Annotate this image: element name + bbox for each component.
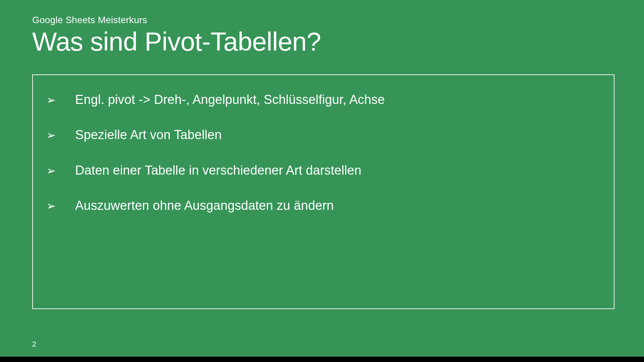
chevron-right-icon: ➢ <box>46 163 75 178</box>
list-item: ➢ Auszuwerten ohne Ausgangsdaten zu ände… <box>46 198 600 214</box>
bottom-bar <box>0 357 644 362</box>
chevron-right-icon: ➢ <box>46 127 75 142</box>
bullet-text: Spezielle Art von Tabellen <box>75 127 222 143</box>
page-number: 2 <box>32 340 36 349</box>
chevron-right-icon: ➢ <box>46 92 75 107</box>
kicker-text: Google Sheets Meisterkurs <box>32 15 612 25</box>
bullet-text: Engl. pivot -> Dreh-, Angelpunkt, Schlüs… <box>75 92 385 108</box>
bullet-list: ➢ Engl. pivot -> Dreh-, Angelpunkt, Schl… <box>46 92 600 214</box>
list-item: ➢ Daten einer Tabelle in verschiedener A… <box>46 163 600 179</box>
bullet-text: Auszuwerten ohne Ausgangsdaten zu ändern <box>75 198 334 214</box>
list-item: ➢ Engl. pivot -> Dreh-, Angelpunkt, Schl… <box>46 92 600 108</box>
list-item: ➢ Spezielle Art von Tabellen <box>46 127 600 143</box>
slide: Google Sheets Meisterkurs Was sind Pivot… <box>0 0 644 357</box>
content-box: ➢ Engl. pivot -> Dreh-, Angelpunkt, Schl… <box>32 74 614 309</box>
bullet-text: Daten einer Tabelle in verschiedener Art… <box>75 163 362 179</box>
slide-title: Was sind Pivot-Tabellen? <box>32 28 612 56</box>
chevron-right-icon: ➢ <box>46 198 75 213</box>
